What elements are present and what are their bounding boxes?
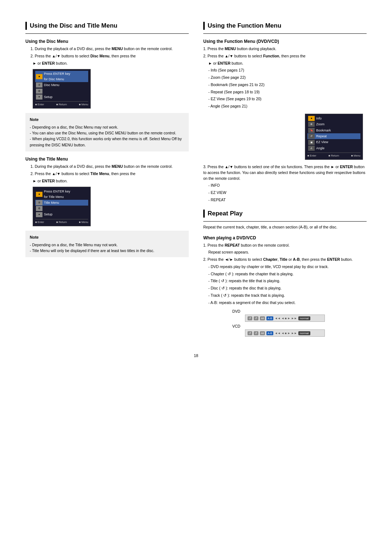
function-menu-bold: MENU xyxy=(225,46,236,51)
menu-bold: MENU xyxy=(112,46,123,51)
rb-all: All xyxy=(260,316,265,320)
screen-bottom-bar: ■ Enter ■ Return ■ Menu xyxy=(35,101,88,107)
fn-screen-row-info: ★ Info xyxy=(307,116,360,121)
direct-info: - INFO xyxy=(203,183,367,189)
fn-bottom-return: ■ Return xyxy=(328,154,339,158)
title-menu-bold: MENU xyxy=(112,164,123,169)
title-menu-screen: ★ Press ENTER keyfor Title Menu ② Title … xyxy=(33,187,91,226)
function-list-header: - Info (See pages 17) xyxy=(203,68,367,73)
title-bottom-menu: ■ Menu xyxy=(79,220,88,224)
fn-bottom-menu: ■ Menu xyxy=(351,154,360,158)
function-enter-bold: ENTER xyxy=(218,61,231,65)
dvd-label: DVD xyxy=(232,309,240,313)
fn-screen-info-text: Info xyxy=(316,116,322,121)
subsection-function-dvd: Using the Function Menu (DVD/VCD) xyxy=(203,39,367,44)
function-menu-screen: ★ Info ⊕ Zoom 🔖 Bookmark ↺ Repeat ▣ E xyxy=(305,114,363,160)
fn-screen-ezview-text: EZ View xyxy=(316,139,328,145)
fn-screen-row-bookmark: 🔖 Bookmark xyxy=(307,127,360,133)
title-screen-row-3: ⚙ xyxy=(35,206,88,211)
bottom-enter: ■ Enter xyxy=(35,102,44,107)
repeat-intro: Repeat the current track, chapter, title… xyxy=(203,224,367,230)
function-list-repeat: - Repeat (See pages 18 to 19) xyxy=(203,89,367,95)
function-step3-bold: ENTER xyxy=(340,165,353,169)
title-menu-step2b: ► or ENTER button. xyxy=(25,178,189,184)
bottom-return: ■ Return xyxy=(56,102,67,107)
rb-chapter: ↺ xyxy=(248,316,252,320)
fn-screen-row-angle: ∠ Angle xyxy=(307,145,360,151)
fn-screen-bottom-bar: ■ Enter ■ Return ■ Menu xyxy=(307,153,360,158)
title-menu-note: Note - Depending on a disc, the Title Me… xyxy=(25,231,189,258)
screen-row-2-text: Disc Menu xyxy=(44,82,60,88)
title-screen-row-1: ★ Press ENTER keyfor Title Menu xyxy=(35,189,88,200)
rb-dvd-spacer: ◄◄ ◄ ■ ► ►► xyxy=(275,317,297,320)
note-title-1: Note xyxy=(30,117,184,123)
screen-icon-4: ✦ xyxy=(36,94,42,100)
note-item-2: - You can also use the Disc Menu, using … xyxy=(30,130,184,136)
title-menu-step2: 2. Press the ▲/▼ buttons to select Title… xyxy=(25,171,189,177)
function-step2b: ► or ENTER button. xyxy=(203,61,367,66)
repeat-bold: REPEAT xyxy=(225,243,240,247)
title-menu-select-bold: Title Menu xyxy=(90,171,109,176)
disc-menu-bold: Disc Menu xyxy=(90,54,110,58)
title-screen-icon-3: ⚙ xyxy=(36,206,42,211)
subsection-disc-menu: Using the Disc Menu xyxy=(25,39,189,44)
section-title-repeat-play: Repeat Play xyxy=(203,210,367,218)
vcd-rb-normal: normal xyxy=(298,331,310,335)
fn-screen-row-repeat: ↺ Repeat xyxy=(307,133,360,139)
note-item-3: - When playing VCD2.0, this function wor… xyxy=(30,136,184,148)
screen-row-4: ✦ Setup xyxy=(35,94,88,100)
repeat-note-track: - Track ( ↺ ): repeats the track that is… xyxy=(203,293,367,299)
title-screen-row-2: ② Title Menu xyxy=(35,200,88,206)
fn-screen-icon-zoom: ⊕ xyxy=(308,122,315,127)
function-list-angle: - Angle (See pages 21) xyxy=(203,104,367,109)
fn-screen-repeat-text: Repeat xyxy=(316,134,327,139)
function-step3: 3. Press the ▲/▼ buttons to select one o… xyxy=(203,164,367,181)
title-bottom-enter: ■ Enter xyxy=(35,220,44,224)
repeat-note-ab: - A-B: repeats a segment of the disc tha… xyxy=(203,300,367,306)
vcd-rb-disc: ↺ xyxy=(248,331,252,335)
function-step2: 2. Press the ▲/▼ buttons to select Funct… xyxy=(203,53,367,59)
fn-screen-angle-text: Angle xyxy=(316,146,324,151)
disc-menu-step2: 2. Press the ▲/▼ buttons to select Disc … xyxy=(25,53,189,59)
rb-normal: normal xyxy=(298,316,310,320)
note-title-2: Note xyxy=(30,234,184,240)
fn-screen-icon-ezview: ▣ xyxy=(308,140,315,145)
title-note-item-2: - Title Menu will only be displayed if t… xyxy=(30,248,184,254)
vcd-rb-spacer: ◄◄ ◄ ■ ► ►► xyxy=(275,332,297,335)
screen-row-1-text: Press ENTER keyfor Disc Menu xyxy=(44,71,70,82)
function-step1: 1. Press the MENU button during playback… xyxy=(203,46,367,52)
fn-screen-icon-repeat: ↺ xyxy=(308,134,315,139)
screen-row-3: ⚙ xyxy=(35,88,88,94)
function-select-bold: Function xyxy=(263,54,279,58)
disc-menu-note: Note - Depending on a disc, the Disc Men… xyxy=(25,113,189,151)
screen-row-2: ② Disc Menu xyxy=(35,82,88,88)
function-list-zoom: - Zoom (See page 22) xyxy=(203,75,367,81)
fn-screen-bookmark-text: Bookmark xyxy=(316,128,331,133)
title-note-item-1: - Depending on a disc, the Title Menu ma… xyxy=(30,242,184,248)
fn-screen-icon-angle: ∠ xyxy=(308,146,315,151)
rb-ab: A-B xyxy=(266,316,273,320)
left-column: Using the Disc and Title Menu Using the … xyxy=(25,22,189,343)
repeat-enter-bold: ENTER xyxy=(327,257,340,262)
fn-screen-zoom-text: Zoom xyxy=(316,122,324,127)
rb-title: ↺ xyxy=(254,316,258,320)
repeat-step1: 1. Press the REPEAT button on the remote… xyxy=(203,243,367,248)
chapter-bold: Chapter xyxy=(263,257,278,262)
repeat-note-disc: - Disc ( ↺ ): repeats the disc that is p… xyxy=(203,285,367,291)
repeat-note-title: - Title ( ↺ ): repeats the title that is… xyxy=(203,278,367,284)
title-bottom-return: ■ Return xyxy=(56,220,67,224)
page-number: 18 xyxy=(25,353,367,358)
vcd-rb-all: All xyxy=(260,331,265,335)
subsection-title-menu: Using the Title Menu xyxy=(25,157,189,162)
function-screen-wrapper: ★ Info ⊕ Zoom 🔖 Bookmark ↺ Repeat ▣ E xyxy=(203,111,367,163)
note-item-1: - Depending on a disc, the Disc Menu may… xyxy=(30,124,184,130)
title-menu-step1: 1. During the playback of a DVD disc, pr… xyxy=(25,164,189,170)
title-screen-icon-2: ② xyxy=(36,200,42,205)
fn-screen-icon-bookmark: 🔖 xyxy=(308,128,315,133)
screen-icon-3: ⚙ xyxy=(36,89,42,94)
function-list-ezview: - EZ View (See pages 19 to 20) xyxy=(203,96,367,102)
vcd-rb-ab: A-B xyxy=(266,331,273,335)
title-screen-bottom-bar: ■ Enter ■ Return ■ Menu xyxy=(35,219,88,224)
fn-bottom-enter: ■ Enter xyxy=(307,154,317,158)
subsection-when-playing: When playing a DVD/VCD xyxy=(203,235,367,240)
